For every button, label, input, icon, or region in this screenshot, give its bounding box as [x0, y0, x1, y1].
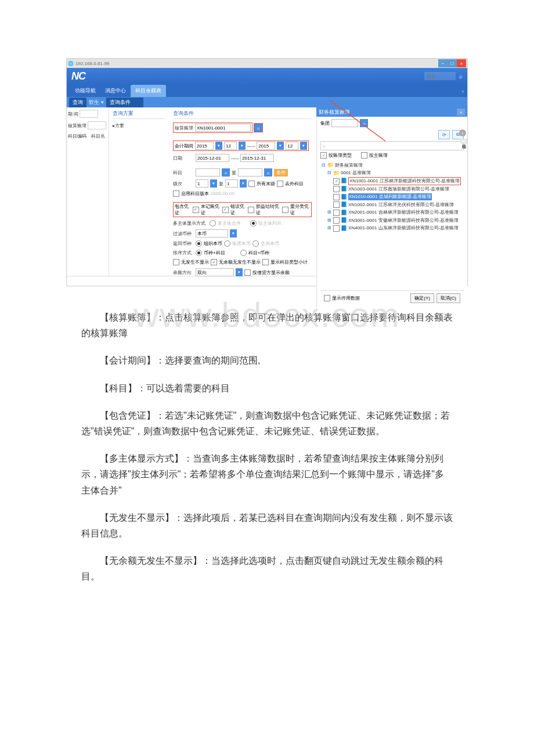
no-balance-activity-checkbox[interactable]: ✓	[211, 259, 217, 265]
date1-input[interactable]	[196, 154, 229, 162]
subject-label: 科目	[173, 170, 194, 176]
currency-subject-label: 币种+科目	[204, 250, 225, 256]
window-address: 192.168.0.81-99	[75, 61, 109, 66]
query-button[interactable]: 查询	[69, 98, 86, 107]
global-local-radio	[252, 240, 259, 247]
dropdown-icon[interactable]: ▾	[300, 142, 307, 150]
show-by-dir-checkbox[interactable]	[244, 269, 251, 276]
dropdown-icon[interactable]: ▾	[277, 142, 284, 150]
no-activity-label: 无发生不显示	[181, 259, 209, 265]
tree-leaf-2[interactable]: XN1003-0001 江苏昌瑞新能源有限公司-基准账簿	[348, 186, 449, 193]
filter-currency-input[interactable]	[196, 229, 228, 237]
dropdown-icon[interactable]: ▾	[230, 229, 237, 237]
subject-from-lookup-icon[interactable]: ⌕	[222, 168, 230, 177]
folder-icon[interactable]: ⊟	[320, 162, 326, 169]
nav-expand-icon[interactable]: ▫	[461, 88, 464, 95]
subject-currency-radio[interactable]	[240, 250, 247, 256]
period-year1-input[interactable]	[195, 142, 214, 150]
tree-leaf-6[interactable]: XN3001-0001 安徽林洋新能源科技有限公司-基准账簿	[348, 217, 459, 224]
show-disabled-checkbox[interactable]	[324, 295, 330, 301]
period-field-label: 会计期间	[175, 143, 193, 149]
ledger-lookup-icon[interactable]: ⌕	[254, 124, 262, 132]
search-icon[interactable]: ⌕	[459, 73, 463, 80]
tree-checkbox[interactable]: ✓	[333, 178, 340, 185]
balance-dir-input[interactable]	[196, 268, 234, 276]
global-search-input[interactable]	[424, 72, 456, 80]
window-maximize-button[interactable]: □	[448, 59, 457, 67]
group-label: 集团	[320, 120, 330, 127]
tree-checkbox[interactable]	[333, 210, 340, 216]
window-minimize-button[interactable]: −	[438, 59, 448, 67]
query-plan-header: 查询方案	[113, 110, 165, 119]
window-close-button[interactable]: ×	[457, 59, 466, 67]
selected-ledger-tab[interactable]: 已选账簿	[460, 139, 467, 143]
tree-root[interactable]: 财务核算账簿	[335, 162, 363, 169]
error-voucher-label: 错误凭证	[230, 203, 247, 216]
dropdown-icon[interactable]: ▾	[210, 179, 217, 188]
enable-version-checkbox[interactable]	[173, 190, 179, 197]
ok-button[interactable]: 确定(Y)	[410, 293, 434, 303]
nav-tab-message[interactable]: 消息中心	[100, 85, 131, 97]
tree-leaf-3[interactable]: XN1010-0001 盐城利能新能源-基准账簿	[348, 193, 432, 200]
subject-from-input[interactable]	[196, 168, 220, 177]
tree-leaf-1[interactable]: XN1001-0001 江苏林洋新能源科技有限公司-基准账簿	[348, 177, 461, 185]
outside-checkbox[interactable]	[277, 181, 283, 187]
by-main-ledger-checkbox[interactable]	[361, 152, 367, 159]
refresh-button[interactable]: ⟳	[438, 130, 450, 139]
profit-loss-checkbox[interactable]	[248, 207, 254, 213]
book-icon: 📘	[341, 177, 347, 185]
condition-button[interactable]: 条件	[274, 169, 288, 177]
plan-item[interactable]: ▸方案	[113, 121, 165, 130]
info-icon[interactable]: i	[459, 129, 466, 136]
nav-tab-function[interactable]: 功能导航	[70, 85, 100, 97]
subject-to-input[interactable]	[238, 168, 262, 177]
tree-leaf-5[interactable]: XN2001-0001 吉林林洋新能源科技有限公司-基准账簿	[348, 209, 459, 216]
expand-icon[interactable]: ⊞	[326, 225, 332, 232]
popup-close-button[interactable]: ×	[457, 109, 465, 116]
tree-checkbox[interactable]	[333, 186, 340, 192]
toolbar-soft-label[interactable]: 软生 ▾	[89, 99, 104, 106]
ledger-field-input[interactable]	[195, 124, 251, 132]
all-end-label: 所有末级	[257, 181, 275, 187]
period-year2-input[interactable]	[257, 142, 275, 150]
tree-checkbox[interactable]	[333, 217, 340, 224]
enable-version-label: 启用科目版本	[181, 190, 209, 197]
org-local-radio[interactable]	[196, 240, 202, 247]
left-filter-sidebar: 期 间 核算账簿 科目编码 科目名	[67, 107, 109, 276]
period-input[interactable]	[80, 110, 98, 118]
balance-dir-label: 余额方向	[173, 269, 194, 276]
expand-icon[interactable]: ⊞	[326, 209, 332, 216]
expand-icon[interactable]: ⊟	[326, 170, 332, 177]
tree-node-1[interactable]: 0001 基准账簿	[341, 170, 371, 177]
dropdown-icon[interactable]: ▾	[240, 179, 247, 188]
paragraph-subject: 【科目】：可以选着需要的科目	[81, 380, 453, 396]
date2-input[interactable]	[240, 154, 274, 162]
level2-input[interactable]	[225, 179, 238, 188]
tree-checkbox[interactable]	[333, 225, 340, 232]
period-month2-input[interactable]	[286, 142, 298, 150]
no-activity-checkbox[interactable]	[173, 259, 179, 265]
error-voucher-checkbox[interactable]: ✓	[222, 207, 229, 213]
tree-checkbox[interactable]	[333, 194, 340, 200]
tree-leaf-4[interactable]: XN1002-0001 江苏林洋光伏科技有限公司-基准账簿	[348, 201, 454, 208]
by-ledger-type-checkbox[interactable]: ✓	[320, 152, 327, 159]
level1-input[interactable]	[196, 179, 208, 188]
paragraph-multi-display: 【多主体显示方式】：当查询多主体账簿数据时，若希望查询结果按主体账簿分别列示，请…	[81, 451, 453, 498]
tree-leaf-7[interactable]: XN4001-0001 山东林洋新能源科技有限公司-基准账簿	[348, 225, 459, 232]
subject-to-lookup-icon[interactable]: ⌕	[264, 168, 272, 177]
currency-subject-radio[interactable]	[196, 250, 202, 256]
dropdown-icon[interactable]: ▾	[236, 268, 243, 276]
period-month1-input[interactable]	[224, 142, 237, 150]
nav-tab-balance[interactable]: 科目余额表	[131, 85, 166, 97]
ledger-input[interactable]	[88, 121, 106, 129]
dropdown-icon[interactable]: ▾	[239, 142, 246, 150]
tree-checkbox[interactable]	[333, 201, 340, 208]
reclass-checkbox[interactable]	[282, 207, 288, 213]
expand-icon[interactable]: ⊞	[326, 217, 332, 224]
search-condition-tab[interactable]: 查询条件	[106, 98, 143, 107]
all-end-checkbox[interactable]	[248, 181, 255, 187]
dropdown-icon[interactable]: ▾	[215, 142, 222, 150]
cancel-button[interactable]: 取消(C)	[436, 293, 460, 303]
show-subtotal-checkbox[interactable]	[262, 259, 269, 265]
unposted-checkbox[interactable]: ✓	[193, 207, 199, 213]
